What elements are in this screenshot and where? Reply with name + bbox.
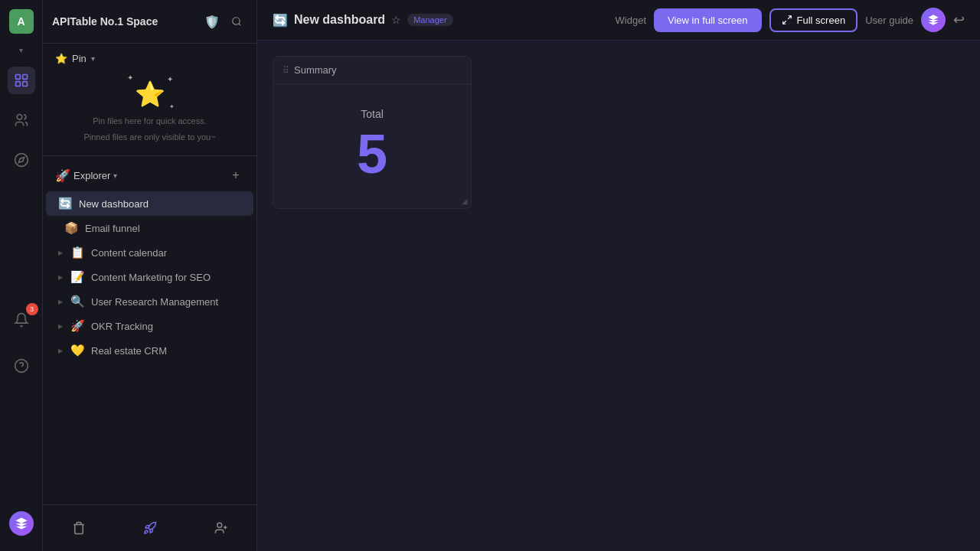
svg-line-14 [788,16,791,19]
add-member-button[interactable] [207,514,235,542]
view-fullscreen-button[interactable]: View in full screen [654,8,762,32]
nav-item-label-4: User Research Management [91,296,218,308]
svg-line-15 [782,21,786,24]
pin-header[interactable]: ⭐ Pin ▾ [55,53,244,64]
user-guide-link[interactable]: User guide [865,15,913,26]
page-title: New dashboard [294,13,385,27]
user-avatar[interactable] [921,8,946,32]
pin-text-1: Pin files here for quick access. [93,115,207,128]
trash-button[interactable] [65,514,93,542]
content-marketing-icon: 📝 [70,270,85,284]
svg-point-9 [233,18,240,24]
notifications-icon[interactable]: 3 [8,306,35,334]
star-sparkles: ✦ ⭐ ✦ ✦ [135,80,165,109]
resize-handle[interactable]: ◢ [462,197,468,205]
nav-item-label-3: Content Marketing for SEO [91,272,211,283]
home-icon[interactable] [8,67,35,94]
nav-item-user-research[interactable]: ▶ 🔍 User Research Management [46,289,253,314]
search-button[interactable] [226,11,247,32]
nav-item-label-2: Content calendar [91,247,167,259]
okr-icon: 🚀 [70,319,85,333]
sidebar: APITable No.1 Space 🛡️ ⭐ Pin ▾ ✦ ⭐ ✦ ✦ P… [43,0,257,551]
folder-chevron-4: ▶ [58,323,63,330]
dashboard-content: ⠿ Summary Total 5 ◢ [257,41,980,551]
svg-point-5 [15,154,28,167]
pin-section: ⭐ Pin ▾ ✦ ⭐ ✦ ✦ Pin files here for quick… [43,44,256,156]
user-research-icon: 🔍 [70,295,85,308]
pin-text-2: Pinned files are only visible to you~ [83,131,215,144]
folder-chevron-1: ▶ [58,249,63,256]
pin-empty: ✦ ⭐ ✦ ✦ Pin files here for quick access.… [55,73,244,146]
icon-rail: A ▾ 3 [0,0,43,551]
widget-body: Total 5 [273,84,471,205]
nav-item-real-estate[interactable]: ▶ 💛 Real estate CRM [46,338,253,363]
rocket-emoji: 🚀 [55,168,70,183]
svg-rect-2 [15,82,20,86]
widget-card-header: ⠿ Summary [273,57,471,84]
main-header: 🔄 New dashboard ☆ Manager Widget View in… [257,0,980,41]
sparkle-2: ✦ [167,75,173,83]
nav-item-label-5: OKR Tracking [91,321,153,332]
pin-label: Pin [72,53,87,64]
widget-value: 5 [357,126,387,181]
folder-chevron-5: ▶ [58,347,63,354]
svg-marker-6 [18,157,24,162]
space-emoji: 🛡️ [204,15,220,29]
explorer-chevron: ▾ [113,171,117,180]
apitable-logo[interactable] [9,511,34,536]
nav-item-label-0: New dashboard [79,198,149,210]
svg-rect-0 [15,75,20,80]
widget-title: Summary [294,64,337,76]
nav-item-content-marketing[interactable]: ▶ 📝 Content Marketing for SEO [46,265,253,289]
avatar-chevron[interactable]: ▾ [19,46,23,54]
svg-point-4 [17,115,22,120]
summary-widget: ⠿ Summary Total 5 ◢ [273,56,472,209]
manager-badge[interactable]: Manager [407,14,452,26]
main-content: 🔄 New dashboard ☆ Manager Widget View in… [257,0,980,551]
refresh-button[interactable]: ↩ [953,11,965,28]
pin-chevron: ▾ [91,54,95,63]
page-refresh-icon: 🔄 [273,13,288,28]
widget-label-text: Total [361,108,384,120]
compass-icon[interactable] [8,146,35,174]
header-left: 🔄 New dashboard ☆ Manager [273,13,606,28]
folder-chevron-2: ▶ [58,274,63,281]
notification-badge: 3 [26,303,38,315]
header-right: Widget View in full screen Full screen U… [616,8,965,32]
nav-item-label-6: Real estate CRM [91,345,167,357]
explorer-title: Explorer [74,170,110,181]
sparkle-3: ✦ [169,103,175,110]
nav-item-label-1: Email funnel [85,223,140,234]
sidebar-header: APITable No.1 Space 🛡️ [43,0,256,44]
fullscreen-label: Full screen [797,15,846,26]
drag-handle-icon: ⠿ [283,65,289,76]
nav-item-okr-tracking[interactable]: ▶ 🚀 OKR Tracking [46,314,253,338]
favorite-button[interactable]: ☆ [391,14,401,26]
sparkle-1: ✦ [127,73,133,82]
nav-item-email-funnel[interactable]: 📦 Email funnel [46,216,253,240]
nav-item-content-calendar[interactable]: ▶ 📋 Content calendar [46,240,253,265]
add-item-button[interactable]: + [227,167,244,184]
content-calendar-icon: 📋 [70,246,85,259]
svg-rect-3 [22,82,27,86]
rocket-button[interactable] [136,514,164,542]
svg-line-10 [239,24,241,26]
explorer-section: 🚀 Explorer ▾ + 🔄 New dashboard 📦 Email f… [43,156,256,504]
dashboard-icon: 🔄 [58,197,73,210]
explorer-header[interactable]: 🚀 Explorer ▾ + [46,162,253,188]
nav-item-new-dashboard[interactable]: 🔄 New dashboard [46,191,253,216]
svg-rect-1 [22,75,27,80]
widget-label[interactable]: Widget [616,15,646,26]
fullscreen-button[interactable]: Full screen [769,8,858,32]
real-estate-icon: 💛 [70,344,85,357]
sidebar-bottom-toolbar [43,504,256,551]
people-icon[interactable] [8,106,35,134]
avatar[interactable]: A [9,9,34,34]
folder-chevron-3: ▶ [58,298,63,305]
email-funnel-icon: 📦 [64,221,79,235]
space-title: APITable No.1 Space [52,15,198,28]
help-icon[interactable] [8,352,35,380]
svg-point-11 [217,523,221,527]
